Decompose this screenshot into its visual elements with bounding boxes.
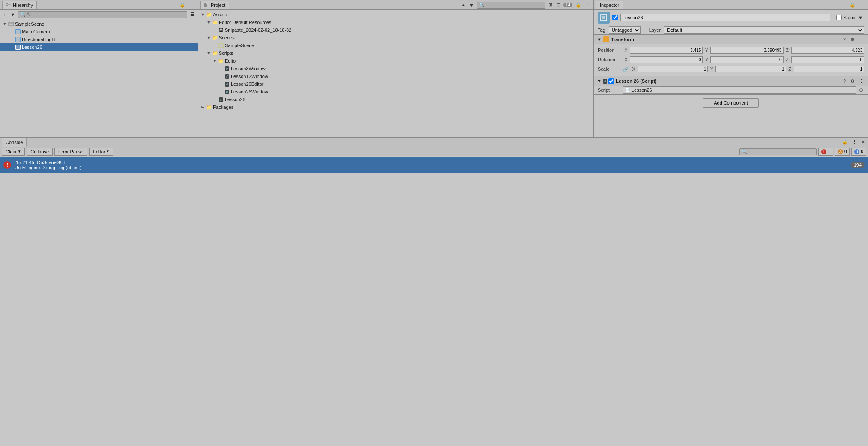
project-lock-btn[interactable]: 🔒 <box>574 2 583 8</box>
add-component-button[interactable]: Add Component <box>703 98 759 108</box>
tree-item-directional-light[interactable]: Directional Light <box>0 36 198 43</box>
tree-item-sample-scene[interactable]: ▼ SampleScene <box>0 20 198 28</box>
inspector-lock-btn[interactable]: 🔒 <box>848 2 857 8</box>
rot-z-letter: Z <box>784 57 790 62</box>
console-search-icon: 🔍 <box>742 149 747 154</box>
console-tab[interactable]: Console <box>2 138 27 147</box>
project-add-btn[interactable]: + <box>461 2 466 8</box>
lesson26-script-title: Lesson 26 (Script) <box>616 78 840 84</box>
hierarchy-tab[interactable]: Hierarchy <box>2 1 37 9</box>
transform-help-btn[interactable]: ? <box>841 36 847 42</box>
hierarchy-search-input[interactable] <box>27 12 185 17</box>
project-item-editor-default[interactable]: ▼ 📁 Editor Default Resources <box>198 18 593 26</box>
rotation-y-input[interactable] <box>710 56 783 63</box>
cube-icon-main-camera <box>15 29 21 35</box>
collapse-button[interactable]: Collapse <box>27 148 53 156</box>
project-item-editor-folder[interactable]: ▼ 📁 Editor <box>198 57 593 65</box>
tree-arrow-scenes: ▼ <box>206 36 211 40</box>
csharp-icon-lesson26-script: # <box>218 96 224 102</box>
inspector-tag-row: Tag Untagged Layer Default <box>594 25 868 35</box>
object-enabled-checkbox[interactable] <box>612 15 618 20</box>
console-search-input[interactable] <box>747 149 814 154</box>
hierarchy-lock-btn[interactable]: 🔒 <box>178 2 187 8</box>
log-message-line1: [15:21:45] OnSceneGUI <box>15 160 847 165</box>
project-search-icon: 🔍 <box>479 3 484 7</box>
project-item-assets[interactable]: ▼ 📁 Assets <box>198 11 593 18</box>
project-item-lesson26editor[interactable]: # Lesson26Editor <box>198 80 593 88</box>
lesson26-script-component: ▼ # Lesson 26 (Script) ? ⚙ ⋮ Script 📄 Le… <box>594 76 868 95</box>
project-item-snipaste[interactable]: 🖼 Snipaste_2024-02-02_18-10-32 <box>198 26 593 34</box>
position-z-input[interactable] <box>791 47 864 54</box>
console-lock-btn[interactable]: 🔒 <box>841 139 849 145</box>
hierarchy-panel: Hierarchy 🔒 ⋮ + ▼ 🔍 ☰ ▼ SampleSce <box>0 0 198 137</box>
project-item-packages[interactable]: ► 📁 Packages <box>198 103 593 111</box>
project-item-scripts[interactable]: ▼ 📁 Scripts <box>198 49 593 57</box>
tree-item-main-camera[interactable]: Main Camera <box>0 28 198 36</box>
scale-x-input[interactable] <box>638 66 708 72</box>
lesson26-cs-icon: # <box>603 79 607 84</box>
error-pause-button[interactable]: Error Pause <box>54 148 87 156</box>
hierarchy-more-btn[interactable]: ⋮ <box>189 2 196 8</box>
editor-button[interactable]: Editor ▼ <box>89 148 114 156</box>
static-checkbox[interactable] <box>836 15 842 20</box>
script-value-field: 📄 Lesson26 <box>623 86 856 94</box>
project-item-sample-scene-asset[interactable]: SampleScene <box>198 42 593 49</box>
position-y-input[interactable] <box>710 47 783 54</box>
project-search-input[interactable] <box>485 3 543 7</box>
script-target-btn[interactable]: ⊙ <box>858 87 864 93</box>
log-entry-0[interactable]: ! [15:21:45] OnSceneGUI UnityEngine.Debu… <box>0 157 868 173</box>
transform-title: Transform <box>611 37 840 42</box>
hierarchy-toolbar: + ▼ 🔍 ☰ <box>0 10 198 19</box>
tag-dropdown[interactable]: Untagged <box>609 26 641 34</box>
static-dropdown-btn[interactable]: ▼ <box>857 15 864 21</box>
project-dropdown-btn[interactable]: ▼ <box>468 2 475 8</box>
position-x-input[interactable] <box>630 47 703 54</box>
csharp-icon-lesson26window: # <box>224 89 230 95</box>
rotation-x-input[interactable] <box>630 56 703 63</box>
project-layout-btn1[interactable]: ⊞ <box>547 2 554 8</box>
lesson26-enabled-checkbox[interactable] <box>608 78 614 84</box>
hierarchy-dropdown-btn[interactable]: ▼ <box>9 12 16 18</box>
clear-button[interactable]: Clear ▼ <box>2 148 25 156</box>
lesson26-settings-btn[interactable]: ⚙ <box>849 78 856 84</box>
tree-item-lesson26[interactable]: Lesson26 <box>0 43 198 51</box>
warn-count-btn[interactable]: ⚠ 0 <box>835 148 850 156</box>
scale-z-input[interactable] <box>794 66 864 72</box>
scale-y-input[interactable] <box>715 66 786 72</box>
folder-icon-scenes: 📁 <box>212 35 218 41</box>
inspector-tab[interactable]: Inspector <box>596 1 623 9</box>
project-item-scenes[interactable]: ▼ 📁 Scenes <box>198 34 593 42</box>
inspector-panel-controls: 🔒 ⋮ <box>848 2 866 8</box>
hierarchy-options-btn[interactable]: ☰ <box>189 11 196 18</box>
script-field-label: Script <box>598 87 621 93</box>
error-count-btn[interactable]: ! 1 <box>818 148 833 156</box>
hierarchy-search-box: 🔍 <box>18 11 187 18</box>
rotation-z-input[interactable] <box>791 56 864 63</box>
console-log-list: ! [15:21:45] OnSceneGUI UnityEngine.Debu… <box>0 156 868 446</box>
transform-settings-btn[interactable]: ⚙ <box>849 36 856 43</box>
console-close-btn[interactable]: ✕ <box>860 139 866 145</box>
project-more-btn[interactable]: ⋮ <box>584 2 592 8</box>
lesson26-more-btn[interactable]: ⋮ <box>858 78 865 84</box>
clear-arrow: ▼ <box>18 150 21 153</box>
info-count-btn[interactable]: ℹ 0 <box>851 148 866 156</box>
transform-header[interactable]: ▼ Transform ? ⚙ ⋮ <box>594 35 868 44</box>
project-item-lesson26window[interactable]: # Lesson26Window <box>198 88 593 96</box>
project-item-lesson26-script[interactable]: # Lesson26 <box>198 96 593 103</box>
project-item-lesson3window[interactable]: # Lesson3Window <box>198 65 593 72</box>
search-icon: 🔍 <box>20 12 25 17</box>
project-layout-btn2[interactable]: ⊟ <box>555 2 562 8</box>
object-name-input[interactable] <box>620 14 830 21</box>
hierarchy-add-btn[interactable]: + <box>2 12 7 18</box>
layer-dropdown[interactable]: Default <box>664 26 864 34</box>
project-item-lesson12window[interactable]: # Lesson12Window <box>198 72 593 80</box>
console-more-btn[interactable]: ⋮ <box>851 139 858 145</box>
lesson26-help-btn[interactable]: ? <box>841 78 847 84</box>
tree-arrow-assets: ▼ <box>200 12 205 17</box>
scale-label: Scale <box>598 66 621 72</box>
transform-more-btn[interactable]: ⋮ <box>858 36 865 43</box>
layer-label: Layer <box>649 27 661 33</box>
inspector-more-btn[interactable]: ⋮ <box>859 2 866 8</box>
project-tab[interactable]: Project <box>200 1 229 9</box>
lesson26-script-header[interactable]: ▼ # Lesson 26 (Script) ? ⚙ ⋮ <box>594 76 868 86</box>
